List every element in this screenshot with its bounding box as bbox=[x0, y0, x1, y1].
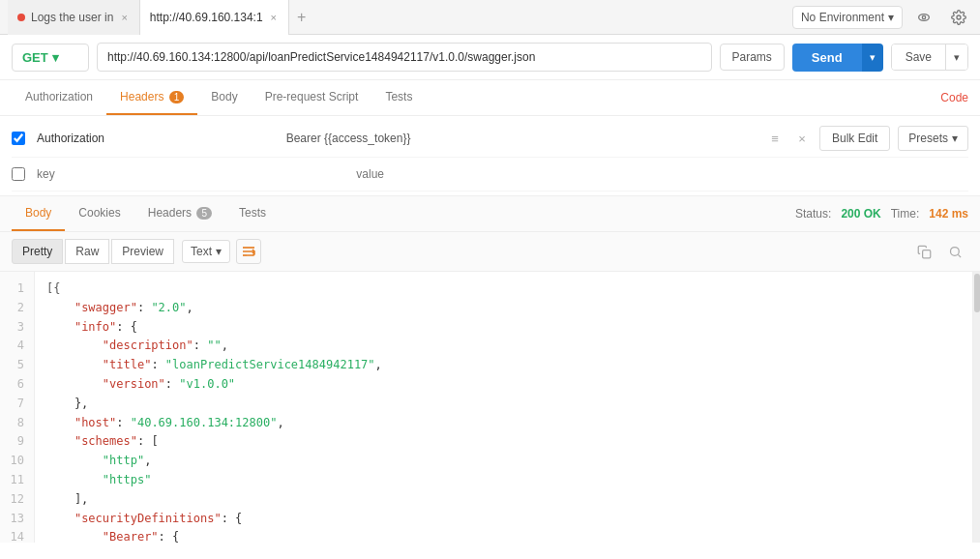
save-button[interactable]: Save bbox=[892, 44, 945, 70]
tab-dot-1 bbox=[17, 14, 25, 21]
method-chevron-icon: ▾ bbox=[52, 50, 59, 65]
status-code: 200 OK bbox=[841, 207, 880, 221]
tab-headers[interactable]: Headers 1 bbox=[106, 80, 197, 115]
toolbar-right-icons bbox=[910, 238, 968, 265]
header-key-input-empty[interactable] bbox=[33, 163, 344, 185]
tab-bar-right: No Environment ▾ bbox=[792, 4, 972, 31]
tab-label-2: http://40.69.160.134:1 bbox=[150, 11, 263, 24]
svg-line-7 bbox=[958, 254, 961, 257]
bulk-edit-button[interactable]: Bulk Edit bbox=[819, 126, 890, 151]
tab-body-response[interactable]: Body bbox=[12, 196, 65, 231]
scrollbar-thumb bbox=[974, 274, 980, 312]
code-container[interactable]: 12345 678910 1112131415 16171819 [{ "swa… bbox=[0, 272, 972, 543]
time-label: Time: bbox=[891, 207, 920, 221]
url-input[interactable] bbox=[97, 43, 712, 72]
tab-tests[interactable]: Tests bbox=[371, 80, 426, 115]
header-value-input-1[interactable] bbox=[282, 128, 757, 149]
tab-headers-response[interactable]: Headers 5 bbox=[134, 196, 225, 231]
params-button[interactable]: Params bbox=[720, 44, 785, 71]
search-icon[interactable] bbox=[941, 238, 968, 265]
save-group: Save ▾ bbox=[891, 44, 968, 71]
format-label: Text bbox=[191, 245, 212, 258]
svg-point-6 bbox=[950, 247, 959, 255]
save-dropdown-button[interactable]: ▾ bbox=[945, 44, 967, 70]
time-value: 142 ms bbox=[929, 207, 968, 221]
code-link[interactable]: Code bbox=[940, 91, 968, 104]
header-menu-icon[interactable]: ≡ bbox=[765, 129, 785, 148]
tab-add-button[interactable]: + bbox=[289, 5, 313, 30]
header-checkbox-1[interactable] bbox=[12, 132, 25, 145]
header-checkbox-empty[interactable] bbox=[12, 167, 25, 181]
env-chevron-icon: ▾ bbox=[888, 11, 894, 24]
send-group: Send ▾ bbox=[792, 44, 883, 72]
view-pretty-button[interactable]: Pretty bbox=[12, 239, 63, 264]
env-selector[interactable]: No Environment ▾ bbox=[792, 6, 903, 29]
tab-close-2[interactable]: × bbox=[269, 12, 279, 23]
header-row-1: ≡ × Bulk Edit Presets ▾ bbox=[12, 120, 968, 158]
headers-badge: 1 bbox=[169, 91, 185, 103]
headers-response-badge: 5 bbox=[196, 207, 212, 220]
tab-pre-request-script[interactable]: Pre-request Script bbox=[252, 80, 372, 115]
gear-icon[interactable] bbox=[945, 4, 972, 31]
headers-table: ≡ × Bulk Edit Presets ▾ bbox=[0, 116, 980, 196]
status-label: Status: bbox=[795, 207, 831, 221]
scrollbar[interactable] bbox=[972, 272, 980, 543]
send-button[interactable]: Send bbox=[792, 44, 862, 72]
svg-point-2 bbox=[957, 15, 961, 19]
response-toolbar: Pretty Raw Preview Text ▾ bbox=[0, 232, 980, 272]
tab-tests-response[interactable]: Tests bbox=[225, 196, 280, 231]
tab-bar: Logs the user in × http://40.69.160.134:… bbox=[0, 0, 980, 35]
request-tabs: Authorization Headers 1 Body Pre-request… bbox=[0, 80, 980, 116]
format-chevron-icon: ▾ bbox=[216, 245, 222, 258]
method-select[interactable]: GET ▾ bbox=[12, 44, 89, 72]
header-value-input-empty[interactable] bbox=[352, 163, 968, 185]
header-row-empty bbox=[12, 158, 968, 191]
header-key-input-1[interactable] bbox=[33, 128, 275, 149]
presets-chevron-icon: ▾ bbox=[952, 132, 958, 145]
tab-body[interactable]: Body bbox=[197, 80, 251, 115]
tab-item-2[interactable]: http://40.69.160.134:1 × bbox=[140, 0, 289, 35]
svg-rect-5 bbox=[922, 250, 930, 257]
tab-authorization[interactable]: Authorization bbox=[12, 80, 106, 115]
response-body: 12345 678910 1112131415 16171819 [{ "swa… bbox=[0, 272, 980, 543]
method-label: GET bbox=[22, 50, 48, 65]
url-bar: GET ▾ Params Send ▾ Save ▾ bbox=[0, 35, 980, 80]
response-tabs: Body Cookies Headers 5 Tests Status: 200… bbox=[0, 196, 980, 232]
tab-label-1: Logs the user in bbox=[31, 11, 113, 24]
tab-item-1[interactable]: Logs the user in × bbox=[8, 0, 140, 35]
view-preview-button[interactable]: Preview bbox=[111, 239, 174, 264]
wrap-icon[interactable] bbox=[236, 239, 261, 264]
tab-cookies[interactable]: Cookies bbox=[65, 196, 134, 231]
svg-point-1 bbox=[922, 15, 925, 18]
eye-icon[interactable] bbox=[910, 4, 937, 31]
status-area: Status: 200 OK Time: 142 ms bbox=[795, 207, 968, 221]
tab-close-1[interactable]: × bbox=[119, 12, 129, 23]
view-raw-button[interactable]: Raw bbox=[65, 239, 109, 264]
send-dropdown-button[interactable]: ▾ bbox=[862, 44, 883, 72]
presets-button[interactable]: Presets ▾ bbox=[898, 126, 968, 151]
header-delete-icon[interactable]: × bbox=[792, 129, 812, 148]
env-label: No Environment bbox=[801, 11, 884, 24]
line-numbers: 12345 678910 1112131415 16171819 bbox=[0, 272, 35, 543]
copy-icon[interactable] bbox=[910, 238, 937, 265]
format-select[interactable]: Text ▾ bbox=[182, 240, 230, 263]
code-display: [{ "swagger": "2.0", "info": { "descript… bbox=[35, 272, 972, 543]
